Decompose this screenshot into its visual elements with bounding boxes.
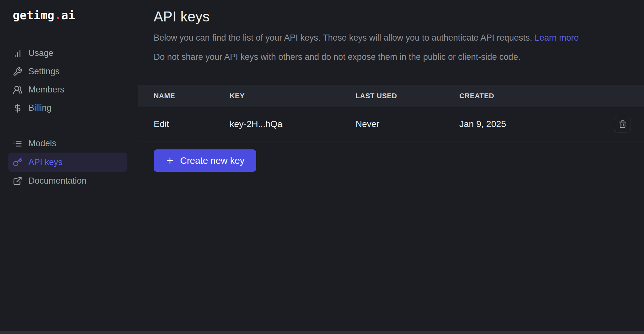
sidebar-item-models[interactable]: Models (8, 134, 127, 153)
cell-key: key-2H...hQa (230, 119, 356, 129)
sidebar-item-label: Documentation (28, 176, 87, 186)
logo-suffix: ai (61, 9, 75, 22)
table-header-row: NAME KEY LAST USED CREATED (138, 85, 644, 107)
create-button-label: Create new key (180, 155, 245, 166)
wrench-icon (13, 67, 22, 76)
sidebar-item-billing[interactable]: Billing (8, 99, 127, 117)
sidebar-item-label: Usage (28, 48, 53, 58)
sidebar-item-label: Members (28, 85, 65, 95)
sidebar-nav: Usage Settings Members Billing (0, 44, 138, 190)
column-header-key: KEY (230, 92, 356, 100)
sidebar-item-members[interactable]: Members (8, 81, 127, 99)
bar-chart-icon (13, 49, 22, 58)
sidebar-item-usage[interactable]: Usage (8, 44, 127, 62)
plus-icon (165, 156, 175, 165)
users-icon (13, 85, 22, 95)
sidebar-item-label: Billing (28, 103, 51, 113)
column-header-name: NAME (154, 92, 230, 100)
trash-icon (618, 120, 627, 128)
column-header-created: CREATED (459, 92, 614, 100)
create-new-key-button[interactable]: Create new key (154, 149, 256, 172)
learn-more-link[interactable]: Learn more (535, 33, 579, 43)
api-keys-table: NAME KEY LAST USED CREATED Edit key-2H..… (138, 85, 644, 141)
sidebar-item-documentation[interactable]: Documentation (8, 172, 127, 190)
cell-created: Jan 9, 2025 (459, 119, 614, 129)
logo-prefix: getimg (13, 9, 54, 22)
app-logo[interactable]: getimg.ai (13, 8, 138, 22)
sidebar-item-label: Models (28, 139, 56, 148)
key-icon (13, 157, 22, 167)
bottom-bar (0, 331, 644, 334)
column-header-last-used: LAST USED (356, 92, 459, 100)
sidebar: getimg.ai Usage Settings Members Billing (0, 0, 138, 334)
logo-dot: . (54, 9, 61, 22)
external-link-icon (13, 176, 22, 186)
page-title: API keys (154, 8, 629, 25)
table-row: Edit key-2H...hQa Never Jan 9, 2025 (138, 107, 644, 141)
cell-last-used: Never (356, 119, 459, 129)
page-description-2: Do not share your API keys with others a… (154, 52, 629, 62)
dollar-icon (13, 103, 22, 113)
sidebar-item-label: Settings (28, 67, 60, 76)
page-description-1: Below you can find the list of your API … (154, 33, 629, 43)
description-text: Below you can find the list of your API … (154, 33, 532, 43)
delete-key-button[interactable] (614, 116, 631, 132)
sidebar-item-label: API keys (28, 157, 63, 167)
sidebar-nav-secondary: Models API keys Documentation (8, 134, 127, 190)
page-header: API keys Below you can find the list of … (138, 0, 644, 62)
cell-name: Edit (154, 119, 230, 129)
sidebar-item-api-keys[interactable]: API keys (8, 153, 127, 172)
list-icon (13, 139, 22, 148)
sidebar-item-settings[interactable]: Settings (8, 62, 127, 81)
main-content: API keys Below you can find the list of … (138, 0, 644, 334)
